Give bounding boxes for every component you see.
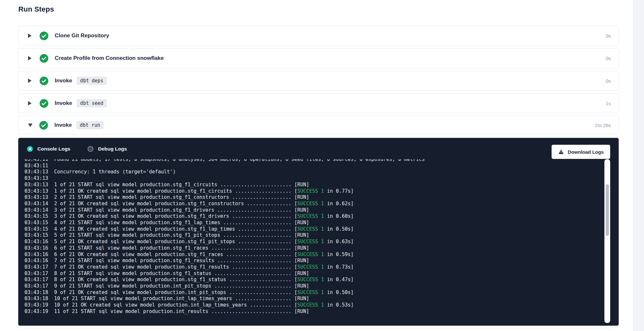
log-message: 6 of 21 OK created sql view model produc… <box>48 252 291 257</box>
log-status-text: [RUN] <box>291 271 309 276</box>
log-status-text: [ <box>291 264 297 270</box>
log-scrollbar[interactable] <box>604 159 610 323</box>
log-status-success: SUCCESS 1 <box>297 201 324 207</box>
log-line: 03:43:11 Found 21 models, 17 tests, 0 sn… <box>24 159 604 163</box>
step-duration: 1s <box>606 101 611 106</box>
log-line: 03:43:15 4 of 21 OK created sql view mod… <box>24 226 604 233</box>
log-timestamp: 03:43:13 <box>24 169 48 175</box>
log-status-text: in 0.77s] <box>324 188 354 194</box>
step-command-chip: dbt run <box>76 121 104 129</box>
log-timestamp: 03:43:16 <box>24 252 48 257</box>
log-message: 1 of 21 START sql view model production.… <box>48 182 291 188</box>
log-status-text: [RUN] <box>291 207 309 213</box>
log-message: 4 of 21 OK created sql view model produc… <box>48 226 291 232</box>
log-timestamp: 03:43:11 <box>24 159 48 162</box>
log-status-text: [RUN] <box>291 283 309 289</box>
log-timestamp: 03:43:18 <box>24 296 48 301</box>
log-message: Found 21 models, 17 tests, 0 snapshots, … <box>48 159 425 162</box>
log-status-success: SUCCESS 1 <box>297 252 324 257</box>
console-toolbar: Console Logs Debug Logs Download Logs <box>18 138 619 152</box>
log-line: 03:43:16 5 of 21 OK created sql view mod… <box>24 239 604 245</box>
step-dbt-deps[interactable]: Invoke dbt deps 0s <box>18 71 619 91</box>
log-timestamp: 03:43:11 <box>24 163 48 169</box>
log-line: 03:43:16 6 of 21 OK created sql view mod… <box>24 252 604 258</box>
log-status-text: [ <box>291 239 297 244</box>
step-clone-git-repository[interactable]: Clone Git Repository 0s <box>18 26 619 46</box>
log-status-text: in 0.50s] <box>324 290 354 295</box>
log-status-text: [ <box>291 201 297 207</box>
run-steps-page: Run Steps Clone Git Repository 0s Create… <box>0 0 644 331</box>
console-log-lines: 03:43:11 Found 21 models, 17 tests, 0 sn… <box>24 159 604 315</box>
log-line: 03:43:17 8 of 21 OK created sql view mod… <box>24 277 604 283</box>
log-message: Concurrency: 1 threads (target='default'… <box>48 169 176 175</box>
log-line: 03:43:17 9 of 21 START sql view model pr… <box>24 283 604 290</box>
log-status-success: SUCCESS 1 <box>297 188 324 194</box>
log-line: 03:43:19 10 of 21 OK created sql view mo… <box>24 302 604 308</box>
log-timestamp: 03:43:13 <box>24 175 48 181</box>
console-panel: Console Logs Debug Logs Download Logs 03… <box>18 138 619 326</box>
log-line: 03:43:13 Concurrency: 1 threads (target=… <box>24 169 604 175</box>
caret-right-icon <box>28 33 32 38</box>
log-timestamp: 03:43:18 <box>24 290 48 295</box>
console-logs-radio[interactable]: Console Logs <box>27 146 70 152</box>
log-status-success: SUCCESS 1 <box>297 213 324 219</box>
log-status-text: in 0.62s] <box>324 201 354 207</box>
debug-logs-radio[interactable]: Debug Logs <box>88 146 127 152</box>
step-duration: 0s <box>606 78 611 84</box>
log-line: 03:43:13 1 of 21 START sql view model pr… <box>24 182 604 188</box>
step-label: Create Profile from Connection snowflake <box>55 55 164 61</box>
log-status-text: in 0.53s] <box>324 302 354 308</box>
step-create-profile[interactable]: Create Profile from Connection snowflake… <box>18 48 619 68</box>
log-status-success: SUCCESS 1 <box>297 302 324 308</box>
caret-right-icon <box>28 101 32 106</box>
step-dbt-run[interactable]: Invoke dbt run 2m 26s <box>18 116 619 134</box>
log-timestamp: 03:43:15 <box>24 220 48 225</box>
log-timestamp: 03:43:17 <box>24 264 48 270</box>
log-timestamp: 03:43:17 <box>24 283 48 289</box>
log-status-text: [ <box>291 290 297 295</box>
log-line: 03:43:15 3 of 21 OK created sql view mod… <box>24 213 604 220</box>
step-duration: 2m 26s <box>595 123 611 128</box>
check-circle-icon <box>40 77 48 85</box>
log-status-success: SUCCESS 1 <box>297 264 324 270</box>
log-message: 10 of 21 OK created sql view model produ… <box>48 302 291 308</box>
log-message: 7 of 21 OK created sql view model produc… <box>48 264 291 270</box>
log-message: 5 of 21 OK created sql view model produc… <box>48 239 291 244</box>
log-message: 9 of 21 START sql view model production.… <box>48 283 291 289</box>
log-message: 10 of 21 START sql view model production… <box>48 296 291 301</box>
log-line: 03:43:11 <box>24 163 604 169</box>
log-status-text: in 0.63s] <box>324 239 354 244</box>
log-status-success: SUCCESS 1 <box>297 239 324 244</box>
log-timestamp: 03:43:13 <box>24 182 48 188</box>
step-dbt-seed[interactable]: Invoke dbt seed 1s <box>18 93 619 113</box>
step-command-chip: dbt deps <box>77 77 107 85</box>
log-status-text: [RUN] <box>291 232 309 238</box>
console-log-viewport[interactable]: 03:43:11 Found 21 models, 17 tests, 0 sn… <box>18 159 604 323</box>
step-label: Invoke <box>55 78 72 84</box>
log-status-text: [RUN] <box>291 308 309 314</box>
log-timestamp: 03:43:14 <box>24 201 48 207</box>
log-message <box>48 175 54 181</box>
log-message: 8 of 21 START sql view model production.… <box>48 271 291 276</box>
log-status-text: [RUN] <box>291 245 309 251</box>
log-timestamp: 03:43:19 <box>24 308 48 314</box>
log-status-text: [ <box>291 302 297 308</box>
caret-down-icon <box>28 124 33 127</box>
log-line: 03:43:17 8 of 21 START sql view model pr… <box>24 271 604 277</box>
log-line: 03:43:13 2 of 21 START sql view model pr… <box>24 194 604 201</box>
container-bottom-border <box>18 328 618 328</box>
log-status-text: in 0.59s] <box>324 252 354 257</box>
check-circle-icon <box>40 54 48 63</box>
log-timestamp: 03:43:15 <box>24 213 48 219</box>
caret-right-icon <box>28 78 32 83</box>
log-message: 2 of 21 OK created sql view model produc… <box>48 201 291 207</box>
log-timestamp: 03:43:15 <box>24 226 48 232</box>
log-status-success: SUCCESS 1 <box>297 290 324 295</box>
log-line: 03:43:16 6 of 21 START sql view model pr… <box>24 245 604 252</box>
log-scrollbar-thumb[interactable] <box>606 184 609 236</box>
download-logs-button[interactable]: Download Logs <box>552 145 610 159</box>
step-command-chip: dbt seed <box>77 99 107 107</box>
log-status-text: in 0.50s] <box>324 226 354 232</box>
log-status-text: in 0.47s] <box>324 277 354 282</box>
download-icon <box>558 149 564 155</box>
